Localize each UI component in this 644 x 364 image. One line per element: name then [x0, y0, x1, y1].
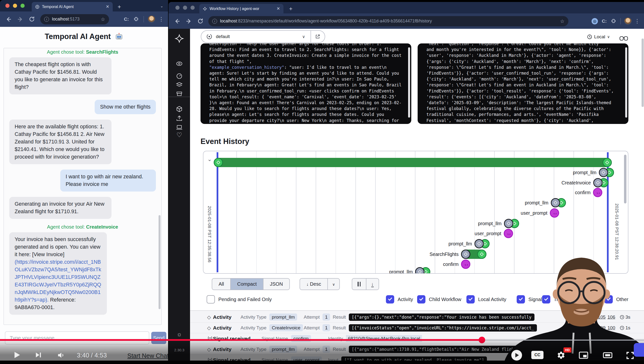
back-icon[interactable]: [5, 16, 12, 22]
address-bar[interactable]: i localhost:8233/namespaces/default/work…: [208, 16, 568, 26]
theme-toggle-sun-icon[interactable]: ☼: [168, 331, 190, 338]
bookmark-star-icon[interactable]: ☆: [560, 18, 564, 24]
type-child-workflow-checkbox[interactable]: [417, 295, 426, 304]
traffic-lights-inactive[interactable]: [176, 6, 195, 10]
archive-icon[interactable]: [168, 90, 190, 97]
autoplay-toggle[interactable]: [511, 350, 522, 360]
workflow-end-marker[interactable]: [602, 158, 612, 167]
namespaces-cube-icon[interactable]: [168, 106, 190, 113]
extensions-puzzle-icon[interactable]: [610, 18, 616, 24]
sort-desc-button[interactable]: ↓ Desc: [300, 278, 327, 290]
password-manager-icon[interactable]: ◎: [592, 18, 598, 24]
youtube-video-frame: Temporal AI Agent ✕ + ⌄ i localhost:5173…: [0, 0, 644, 364]
close-window-button[interactable]: [5, 4, 10, 8]
left-browser-window: Temporal AI Agent ✕ + ⌄ i localhost:5173…: [0, 0, 168, 360]
forward-icon[interactable]: [17, 16, 24, 22]
agent-message-bubble: Your invoice has been successfully gener…: [9, 232, 107, 315]
play-button[interactable]: [12, 350, 22, 360]
type-activity-checkbox[interactable]: [386, 295, 394, 304]
maximize-window-button[interactable]: [190, 6, 195, 10]
namespace-select[interactable]: default ∨: [201, 30, 325, 43]
tab-close-icon[interactable]: ✕: [102, 4, 109, 9]
cc-button[interactable]: CC: [531, 351, 544, 359]
glasses-left-lens: [558, 282, 580, 303]
reload-icon[interactable]: [29, 16, 35, 22]
miniplayer-button[interactable]: [578, 351, 588, 359]
code-panel-right[interactable]: 'next': 'question', 'response': \"Great!…: [418, 44, 628, 124]
sort-control[interactable]: ↓ Desc ∨: [300, 278, 340, 290]
feedback-heart-icon[interactable]: ♡: [168, 131, 190, 139]
volume-button[interactable]: [56, 351, 66, 360]
chat-scrollbar[interactable]: [158, 215, 160, 309]
theater-mode-button[interactable]: [602, 351, 613, 359]
external-link-icon[interactable]: [315, 34, 320, 39]
workflows-eye-icon[interactable]: [168, 60, 190, 67]
forward-icon[interactable]: [186, 18, 192, 24]
glasses-bridge: [580, 291, 583, 292]
address-bar[interactable]: i localhost:5173 ☆: [40, 14, 109, 24]
download-button[interactable]: ↓: [366, 278, 378, 290]
menu-kebab-icon[interactable]: ⋮: [158, 16, 164, 22]
agent-message-bubble: Here are the available flight options: 1…: [9, 120, 112, 164]
timeline-scrollbar[interactable]: [624, 155, 626, 204]
site-info-icon[interactable]: i: [44, 17, 49, 22]
traffic-lights[interactable]: [5, 4, 25, 8]
code-scrollbar[interactable]: [408, 47, 410, 118]
type-local-activity-checkbox[interactable]: [466, 295, 475, 304]
back-icon[interactable]: [174, 18, 180, 24]
tab-list-chevron[interactable]: ⌄: [158, 3, 166, 9]
code-panel-left[interactable]: description": "help the user gather args…: [200, 44, 411, 124]
code-scrollbar[interactable]: [625, 47, 627, 118]
chevron-down-icon: ∨: [607, 35, 610, 39]
schedules-clock-icon[interactable]: [168, 72, 190, 80]
globe-favicon: [35, 5, 40, 9]
pending-failed-checkbox[interactable]: [206, 295, 215, 304]
floating-action-button[interactable]: [634, 343, 644, 357]
reload-icon[interactable]: [197, 18, 204, 24]
maximize-window-button[interactable]: [20, 4, 25, 8]
bookmark-star-icon[interactable]: ☆: [101, 16, 105, 22]
invoice-link[interactable]: (https://invoice.stripe.com/i/acct_1NBOL…: [15, 259, 101, 303]
video-time: 3:40 / 4:53: [77, 352, 107, 359]
minimize-window-button[interactable]: [13, 4, 17, 8]
site-info-icon[interactable]: i: [212, 19, 217, 24]
extensions-puzzle-icon[interactable]: [133, 16, 139, 22]
view-mode-compact[interactable]: Compact: [230, 278, 263, 290]
dev-laptop-icon[interactable]: [168, 124, 190, 131]
url-host: localhost: [220, 18, 237, 24]
collapse-chevron-icon[interactable]: ⌄: [207, 156, 212, 162]
tab-workflow-history[interactable]: Workflow History | agent-wor ✕: [199, 4, 284, 14]
app-title: Temporal AI Agent: [0, 32, 168, 41]
claude-extension-icon[interactable]: C:: [602, 18, 607, 24]
profile-avatar[interactable]: [624, 18, 632, 25]
temporal-logo[interactable]: [168, 34, 190, 43]
new-tab-button[interactable]: +: [289, 5, 292, 12]
tab-close-icon[interactable]: ✕: [273, 6, 280, 11]
toolbar-divider: [144, 16, 144, 22]
pause-button[interactable]: [352, 278, 366, 290]
claude-extension-icon[interactable]: C:: [124, 16, 129, 22]
divider: [310, 30, 311, 43]
new-tab-button[interactable]: +: [118, 4, 121, 10]
labs-glasses-icon[interactable]: [619, 35, 628, 42]
workflow-execution-bar[interactable]: [218, 158, 608, 167]
import-upload-icon[interactable]: [168, 115, 190, 122]
view-mode-json[interactable]: JSON: [263, 278, 289, 290]
workflow-start-marker[interactable]: [214, 158, 223, 167]
type-child-workflow-label: Child Workflow: [429, 297, 461, 302]
page-scrollbar[interactable]: [642, 38, 644, 107]
playback-controls[interactable]: ↓: [352, 278, 379, 290]
minimize-window-button[interactable]: [183, 6, 187, 10]
batch-layers-icon[interactable]: [168, 81, 190, 88]
timezone-select[interactable]: Local ∨: [587, 34, 610, 40]
next-button[interactable]: [34, 351, 42, 359]
profile-avatar[interactable]: [148, 16, 155, 23]
view-mode-segmented[interactable]: AllCompactJSON: [212, 278, 290, 290]
fullscreen-button[interactable]: [626, 351, 635, 360]
tab-title: Workflow History | agent-wor: [210, 6, 259, 11]
close-window-button[interactable]: [176, 6, 180, 10]
view-mode-all[interactable]: All: [212, 278, 230, 290]
tab-temporal-ai-agent[interactable]: Temporal AI Agent ✕: [32, 2, 113, 12]
menu-kebab-icon[interactable]: ⋮: [634, 18, 640, 24]
sort-chevron[interactable]: ∨: [327, 278, 339, 290]
